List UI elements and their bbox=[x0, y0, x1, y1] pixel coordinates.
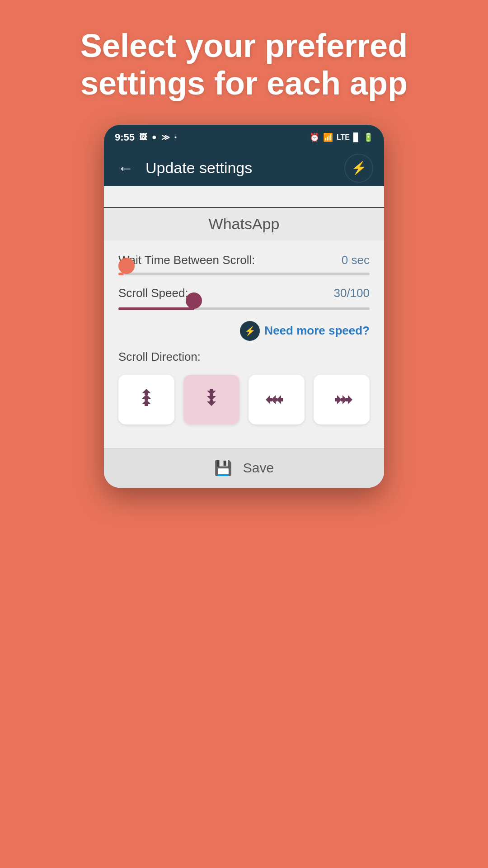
save-bar: 💾 Save bbox=[104, 448, 384, 488]
alarm-icon: ⏰ bbox=[310, 132, 319, 142]
lightning-button[interactable]: ⚡ bbox=[344, 154, 373, 183]
lightning-small-icon: ⚡ bbox=[244, 326, 256, 336]
app-name-bar: WhatsApp bbox=[104, 208, 384, 241]
scroll-speed-value: 30/100 bbox=[333, 286, 370, 300]
headline-line2: settings for each app bbox=[80, 65, 408, 101]
phone-mockup: 9:55 🖼 ● ≫ • ⏰ 📶 LTE ▊ 🔋 ← Update settin… bbox=[104, 125, 384, 488]
status-bar-left: 9:55 🖼 ● ≫ • bbox=[115, 132, 177, 143]
direction-buttons bbox=[118, 375, 370, 425]
scroll-down-button[interactable] bbox=[183, 375, 239, 425]
wait-time-header: Wait Time Between Scroll: 0 sec bbox=[118, 253, 370, 267]
whatsapp-icon: ● bbox=[152, 132, 157, 142]
scroll-speed-row: Scroll Speed: 30/100 bbox=[118, 286, 370, 310]
wait-time-slider-thumb[interactable] bbox=[118, 258, 135, 274]
wait-time-row: Wait Time Between Scroll: 0 sec bbox=[118, 253, 370, 275]
double-chevron-icon: ≫ bbox=[161, 132, 170, 142]
status-bar-right: ⏰ 📶 LTE ▊ 🔋 bbox=[310, 132, 373, 142]
save-icon: 💾 bbox=[214, 459, 232, 476]
battery-icon: 🔋 bbox=[363, 132, 373, 142]
app-bar: ← Update settings ⚡ bbox=[104, 150, 384, 186]
search-area bbox=[104, 186, 384, 208]
lte-icon: LTE bbox=[337, 133, 350, 142]
scroll-left-button[interactable] bbox=[249, 375, 305, 425]
headline-line1: Select your preferred bbox=[80, 28, 408, 64]
status-bar: 9:55 🖼 ● ≫ • ⏰ 📶 LTE ▊ 🔋 bbox=[104, 125, 384, 150]
scroll-speed-slider-track[interactable] bbox=[118, 307, 370, 310]
headline: Select your preferred settings for each … bbox=[44, 0, 444, 125]
speed-hint-text[interactable]: Need more speed? bbox=[264, 324, 370, 338]
scroll-left-icon bbox=[263, 386, 290, 413]
app-bar-title: Update settings bbox=[145, 159, 335, 177]
speed-hint[interactable]: ⚡ Need more speed? bbox=[118, 321, 370, 341]
status-time: 9:55 bbox=[115, 132, 135, 143]
scroll-up-icon bbox=[133, 386, 160, 413]
save-text[interactable]: Save bbox=[243, 460, 274, 476]
content-area: WhatsApp Wait Time Between Scroll: 0 sec… bbox=[104, 186, 384, 488]
dot-icon: • bbox=[174, 134, 177, 141]
wait-time-value: 0 sec bbox=[342, 253, 370, 267]
scroll-down-icon bbox=[198, 386, 225, 413]
lightning-icon: ⚡ bbox=[351, 160, 367, 175]
scroll-direction-label: Scroll Direction: bbox=[118, 350, 370, 364]
scroll-speed-slider-thumb[interactable] bbox=[186, 292, 202, 309]
scroll-right-button[interactable] bbox=[314, 375, 370, 425]
scroll-speed-label: Scroll Speed: bbox=[118, 286, 188, 300]
scroll-up-button[interactable] bbox=[118, 375, 174, 425]
wifi-icon: 📶 bbox=[323, 132, 333, 142]
settings-body: Wait Time Between Scroll: 0 sec Scroll S… bbox=[104, 241, 384, 448]
app-name-text: WhatsApp bbox=[209, 215, 280, 233]
scroll-right-icon bbox=[328, 386, 355, 413]
signal-icon: ▊ bbox=[353, 132, 360, 142]
wait-time-label: Wait Time Between Scroll: bbox=[118, 253, 255, 267]
scroll-speed-header: Scroll Speed: 30/100 bbox=[118, 286, 370, 300]
back-button[interactable]: ← bbox=[115, 159, 136, 178]
scroll-direction-row: Scroll Direction: bbox=[118, 350, 370, 425]
image-icon: 🖼 bbox=[139, 132, 147, 142]
speed-hint-icon: ⚡ bbox=[240, 321, 260, 341]
wait-time-slider-track[interactable] bbox=[118, 273, 370, 275]
